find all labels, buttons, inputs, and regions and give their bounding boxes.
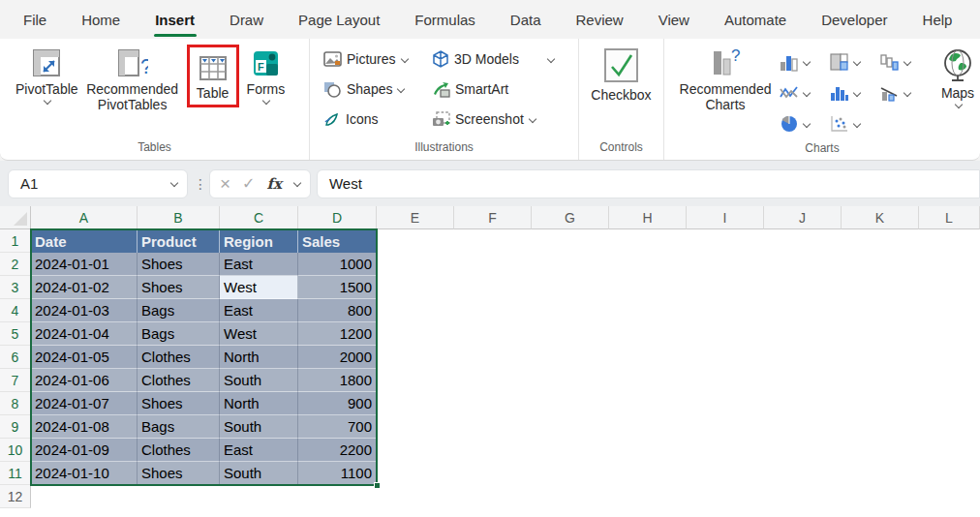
- fx-chevron-icon[interactable]: [293, 180, 300, 187]
- cell-G1[interactable]: [532, 229, 609, 253]
- row-header-2[interactable]: 2: [0, 253, 31, 276]
- cell-L4[interactable]: [919, 299, 980, 322]
- cell-G10[interactable]: [532, 439, 609, 462]
- cell-F6[interactable]: [454, 346, 532, 369]
- cell-I4[interactable]: [687, 299, 764, 322]
- cell-L5[interactable]: [919, 322, 980, 346]
- tab-insert[interactable]: Insert: [155, 0, 195, 39]
- cell-D10[interactable]: 2200: [298, 439, 377, 462]
- cell-D7[interactable]: 1800: [298, 369, 377, 392]
- select-all-corner[interactable]: [0, 206, 31, 229]
- cell-H5[interactable]: [609, 322, 687, 346]
- row-header-11[interactable]: 11: [0, 462, 31, 485]
- cell-J8[interactable]: [764, 392, 842, 415]
- cell-G2[interactable]: [532, 253, 609, 276]
- line-chart-button[interactable]: [777, 77, 827, 108]
- column-header-G[interactable]: G: [532, 206, 609, 229]
- hierarchy-chart-button[interactable]: [827, 46, 877, 77]
- cell-E5[interactable]: [377, 322, 454, 346]
- cell-D11[interactable]: 1100: [298, 462, 377, 485]
- cell-D3[interactable]: 1500: [298, 276, 377, 299]
- cell-G7[interactable]: [532, 369, 609, 392]
- cell-J3[interactable]: [764, 276, 842, 299]
- cell-J1[interactable]: [764, 229, 842, 253]
- tab-automate[interactable]: Automate: [724, 0, 786, 39]
- cell-D6[interactable]: 2000: [298, 346, 377, 369]
- tab-draw[interactable]: Draw: [230, 0, 263, 39]
- cell-A12[interactable]: [31, 485, 138, 508]
- cell-J10[interactable]: [764, 439, 842, 462]
- cell-G6[interactable]: [532, 346, 609, 369]
- cell-C8[interactable]: North: [220, 392, 298, 415]
- cell-G11[interactable]: [532, 462, 609, 485]
- cell-L9[interactable]: [919, 415, 980, 439]
- cell-J9[interactable]: [764, 415, 842, 439]
- column-header-D[interactable]: D: [298, 206, 377, 229]
- cell-L6[interactable]: [919, 346, 980, 369]
- cell-C2[interactable]: East: [220, 253, 298, 276]
- cell-G4[interactable]: [532, 299, 609, 322]
- cell-H10[interactable]: [609, 439, 687, 462]
- cell-F9[interactable]: [454, 415, 532, 439]
- cell-L12[interactable]: [919, 485, 980, 508]
- tab-review[interactable]: Review: [576, 0, 624, 39]
- cell-K3[interactable]: [842, 276, 919, 299]
- cell-C6[interactable]: North: [220, 346, 298, 369]
- column-header-F[interactable]: F: [454, 206, 532, 229]
- waterfall-chart-button[interactable]: [877, 46, 928, 77]
- cancel-icon[interactable]: ×: [220, 174, 230, 193]
- cell-I12[interactable]: [687, 485, 764, 508]
- cell-G5[interactable]: [532, 322, 609, 346]
- row-header-5[interactable]: 5: [0, 322, 31, 346]
- cell-E8[interactable]: [377, 392, 454, 415]
- combo-chart-button[interactable]: [877, 77, 928, 108]
- row-header-3[interactable]: 3: [0, 276, 31, 299]
- cell-A6[interactable]: 2024-01-05: [31, 346, 138, 369]
- histogram-chart-button[interactable]: [827, 77, 877, 108]
- cell-H3[interactable]: [609, 276, 687, 299]
- cell-I6[interactable]: [687, 346, 764, 369]
- row-header-7[interactable]: 7: [0, 369, 31, 392]
- column-header-B[interactable]: B: [138, 206, 220, 229]
- cell-K12[interactable]: [842, 485, 919, 508]
- column-header-I[interactable]: I: [687, 206, 764, 229]
- cell-J2[interactable]: [764, 253, 842, 276]
- cell-A3[interactable]: 2024-01-02: [31, 276, 138, 299]
- cell-A11[interactable]: 2024-01-10: [31, 462, 138, 485]
- tab-view[interactable]: View: [658, 0, 689, 39]
- cell-E11[interactable]: [377, 462, 454, 485]
- cell-B10[interactable]: Clothes: [138, 439, 220, 462]
- cell-I10[interactable]: [687, 439, 764, 462]
- cell-C11[interactable]: South: [220, 462, 298, 485]
- cell-E4[interactable]: [377, 299, 454, 322]
- cell-F12[interactable]: [454, 485, 532, 508]
- cell-I1[interactable]: [687, 229, 764, 253]
- cell-L1[interactable]: [919, 229, 980, 253]
- cell-E9[interactable]: [377, 415, 454, 439]
- column-chart-button[interactable]: [777, 46, 827, 77]
- cell-G9[interactable]: [532, 415, 609, 439]
- cell-J7[interactable]: [764, 369, 842, 392]
- recommended-pivottables-button[interactable]: ? Recommended PivotTables: [82, 45, 183, 115]
- cell-I5[interactable]: [687, 322, 764, 346]
- shapes-button[interactable]: Shapes: [320, 75, 428, 104]
- cell-B4[interactable]: Bags: [138, 299, 220, 322]
- cell-F10[interactable]: [454, 439, 532, 462]
- cell-B8[interactable]: Shoes: [138, 392, 220, 415]
- cell-C4[interactable]: East: [220, 299, 298, 322]
- fill-handle[interactable]: [374, 482, 381, 489]
- cell-B9[interactable]: Bags: [138, 415, 220, 439]
- cell-K1[interactable]: [842, 229, 919, 253]
- cell-H11[interactable]: [609, 462, 687, 485]
- formula-bar-grip-icon[interactable]: ⋮: [194, 176, 203, 192]
- column-header-A[interactable]: A: [31, 206, 138, 229]
- cell-C7[interactable]: South: [220, 369, 298, 392]
- cell-D12[interactable]: [298, 485, 377, 508]
- row-header-10[interactable]: 10: [0, 439, 31, 462]
- cell-H7[interactable]: [609, 369, 687, 392]
- cell-A9[interactable]: 2024-01-08: [31, 415, 138, 439]
- cell-J11[interactable]: [764, 462, 842, 485]
- screenshot-button[interactable]: Screenshot: [428, 105, 573, 134]
- cell-F2[interactable]: [454, 253, 532, 276]
- tab-file[interactable]: File: [23, 0, 46, 39]
